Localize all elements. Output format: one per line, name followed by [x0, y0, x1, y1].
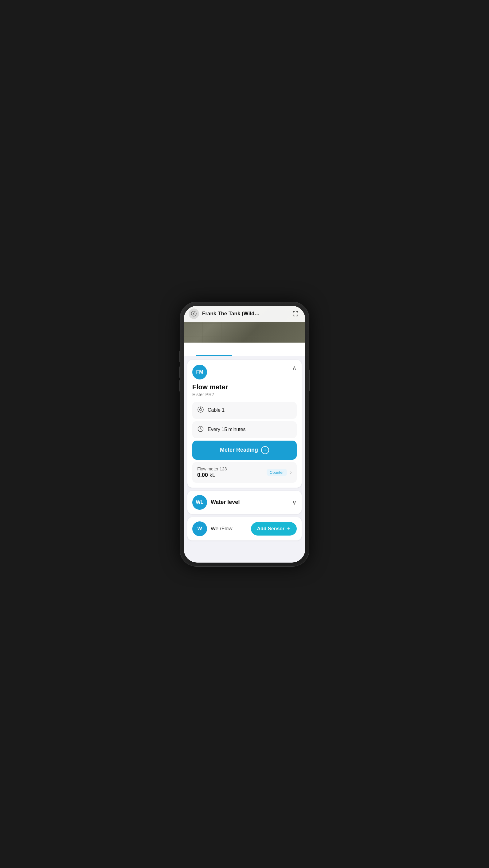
- flow-meter-collapse-btn[interactable]: ∧: [292, 365, 297, 371]
- counter-badge: Counter: [267, 469, 287, 476]
- flow-meter-card: FM ∧ Flow meter Elster PR7: [187, 360, 302, 488]
- add-sensor-label: Add Sensor: [257, 526, 285, 532]
- water-level-avatar: WL: [192, 495, 207, 510]
- svg-point-0: [191, 311, 197, 316]
- reading-info: Flow meter 123 0.00 kL: [197, 466, 227, 478]
- cable-icon: [197, 406, 204, 414]
- flow-meter-avatar: FM: [192, 365, 207, 379]
- interval-label: Every 15 minutes: [208, 427, 246, 432]
- reading-value: 0.00 kL: [197, 472, 227, 478]
- add-sensor-plus-icon: +: [287, 526, 291, 532]
- interval-info-row: Every 15 minutes: [192, 421, 297, 438]
- tab-bar: [184, 343, 305, 356]
- meter-reading-label: Meter Reading: [220, 447, 258, 453]
- meter-reading-button[interactable]: Meter Reading +: [192, 441, 297, 460]
- reading-right: Counter ›: [267, 469, 292, 476]
- flow-meter-title: Flow meter: [192, 383, 297, 391]
- flow-meter-subtitle: Elster PR7: [192, 392, 297, 397]
- meter-reading-plus-icon: +: [261, 446, 269, 454]
- water-level-label: Water level: [211, 499, 288, 505]
- map-header: Frank The Tank (Wild…: [184, 306, 305, 343]
- phone-screen: Frank The Tank (Wild… FM: [184, 306, 305, 563]
- screen-content: Frank The Tank (Wild… FM: [184, 306, 305, 563]
- weirflow-card: W WeirFlow Add Sensor +: [187, 517, 302, 540]
- nav-title: Frank The Tank (Wild…: [202, 311, 288, 317]
- phone-frame: Frank The Tank (Wild… FM: [180, 302, 309, 566]
- expand-button[interactable]: [291, 309, 300, 319]
- weirflow-avatar: W: [192, 521, 207, 536]
- water-level-chevron-icon[interactable]: ∨: [292, 499, 297, 506]
- cable-info-row: Cable 1: [192, 402, 297, 419]
- weirflow-label: WeirFlow: [211, 526, 247, 532]
- water-level-card[interactable]: WL Water level ∨: [187, 491, 302, 514]
- clock-icon: [197, 426, 204, 434]
- reading-row[interactable]: Flow meter 123 0.00 kL Counter ›: [192, 462, 297, 483]
- tab-1[interactable]: [184, 343, 244, 356]
- reading-name: Flow meter 123: [197, 466, 227, 471]
- back-button[interactable]: [189, 309, 199, 319]
- add-sensor-button[interactable]: Add Sensor +: [251, 522, 297, 535]
- reading-chevron-icon[interactable]: ›: [290, 469, 292, 476]
- svg-point-2: [199, 408, 201, 410]
- flow-meter-header: FM ∧: [192, 365, 297, 379]
- tab-2[interactable]: [244, 343, 305, 356]
- content-scroll: FM ∧ Flow meter Elster PR7: [184, 356, 305, 563]
- navigation-bar: Frank The Tank (Wild…: [184, 306, 305, 322]
- cable-label: Cable 1: [208, 407, 225, 413]
